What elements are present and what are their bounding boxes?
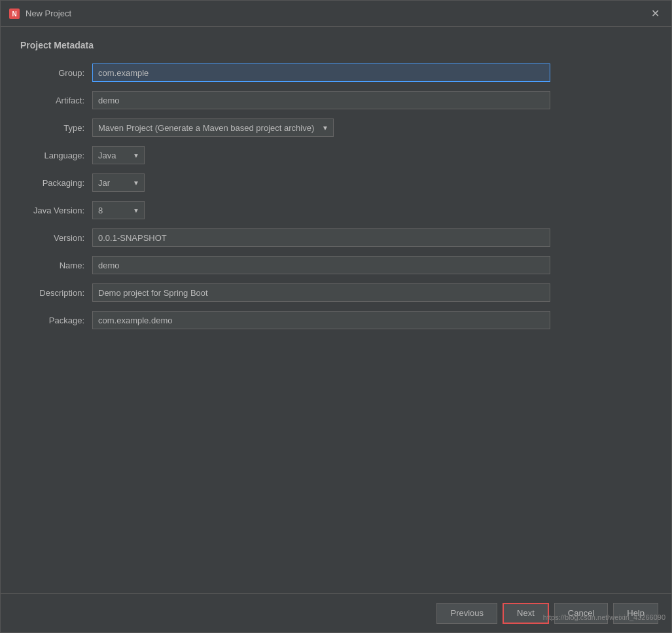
- package-input[interactable]: [92, 311, 550, 329]
- group-input[interactable]: [92, 63, 550, 82]
- version-input[interactable]: [92, 228, 550, 247]
- description-label: Description:: [20, 288, 92, 298]
- language-label: Language:: [20, 151, 92, 160]
- section-title: Project Metadata: [20, 40, 652, 50]
- package-label: Package:: [20, 316, 92, 325]
- package-row: Package:: [20, 311, 652, 329]
- artifact-input[interactable]: [92, 91, 550, 109]
- language-select-wrapper: Java ▼: [92, 146, 145, 164]
- name-input[interactable]: [92, 256, 550, 274]
- form-content: Project Metadata Group: Artifact: Type: …: [1, 27, 671, 593]
- app-icon: N: [9, 8, 20, 20]
- group-label: Group:: [20, 68, 92, 78]
- type-select[interactable]: Maven Project (Generate a Maven based pr…: [92, 118, 334, 137]
- language-row: Language: Java ▼: [20, 146, 652, 164]
- name-row: Name:: [20, 256, 652, 274]
- type-label: Type:: [20, 123, 92, 133]
- java-version-select-wrapper: 8 ▼: [92, 201, 145, 219]
- close-button[interactable]: ✕: [647, 7, 663, 20]
- title-bar-left: N New Project: [9, 8, 71, 20]
- description-input[interactable]: [92, 283, 550, 302]
- svg-text:N: N: [12, 10, 16, 18]
- packaging-select-wrapper: Jar ▼: [92, 173, 145, 192]
- java-version-select[interactable]: 8: [92, 201, 145, 219]
- version-row: Version:: [20, 228, 652, 247]
- footer: Previous Next Cancel Help: [1, 593, 671, 632]
- type-row: Type: Maven Project (Generate a Maven ba…: [20, 118, 652, 137]
- java-version-row: Java Version: 8 ▼: [20, 201, 652, 219]
- watermark: https://blog.csdn.net/weixin_43266090: [543, 613, 665, 621]
- artifact-row: Artifact:: [20, 91, 652, 109]
- next-button[interactable]: Next: [503, 603, 549, 624]
- window-title: New Project: [26, 9, 71, 18]
- packaging-row: Packaging: Jar ▼: [20, 173, 652, 192]
- artifact-label: Artifact:: [20, 96, 92, 105]
- packaging-label: Packaging:: [20, 178, 92, 188]
- packaging-select[interactable]: Jar: [92, 173, 145, 192]
- type-select-wrapper: Maven Project (Generate a Maven based pr…: [92, 118, 334, 137]
- language-select[interactable]: Java: [92, 146, 145, 164]
- java-version-label: Java Version:: [20, 206, 92, 215]
- name-label: Name:: [20, 261, 92, 270]
- new-project-window: N New Project ✕ Project Metadata Group: …: [0, 0, 672, 633]
- version-label: Version:: [20, 233, 92, 243]
- previous-button[interactable]: Previous: [436, 603, 497, 624]
- description-row: Description:: [20, 283, 652, 302]
- group-row: Group:: [20, 63, 652, 82]
- title-bar: N New Project ✕: [1, 1, 671, 27]
